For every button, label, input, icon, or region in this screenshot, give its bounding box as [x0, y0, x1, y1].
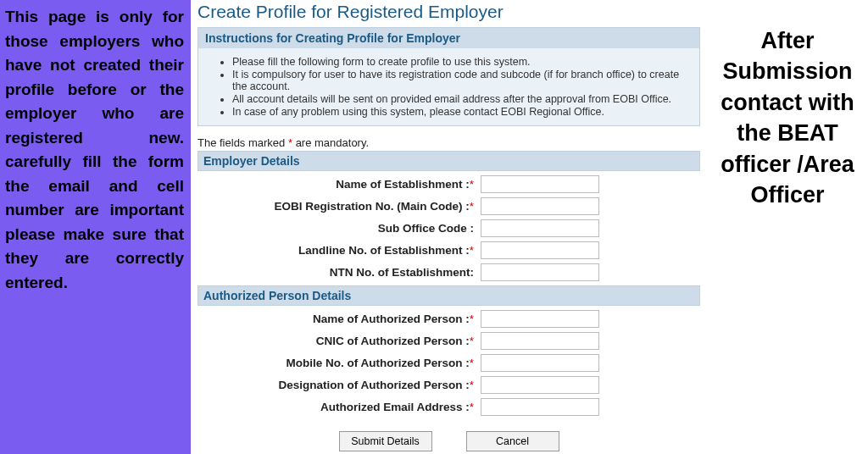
- left-note-panel: This page is only for those employers wh…: [0, 0, 191, 454]
- submit-button[interactable]: Submit Details: [339, 431, 432, 451]
- row-auth-cnic: CNIC of Authorized Person :*: [198, 332, 700, 350]
- input-establishment-name[interactable]: [481, 175, 599, 193]
- asterisk-icon: *: [470, 401, 474, 413]
- row-auth-name: Name of Authorized Person :*: [198, 310, 700, 328]
- instruction-item: It is compulsory for user to have its re…: [232, 69, 693, 92]
- label-eobi-reg: EOBI Registration No. (Main Code) :*: [198, 200, 477, 213]
- row-auth-email: Authorized Email Address :*: [198, 398, 700, 416]
- input-sub-office[interactable]: [481, 219, 599, 237]
- instruction-item: All account details will be sent on prov…: [232, 93, 693, 105]
- label-auth-designation: Designation of Authorized Person :*: [198, 379, 477, 391]
- row-sub-office: Sub Office Code :: [198, 219, 700, 237]
- section-employer-details: Employer Details: [198, 151, 700, 171]
- row-eobi-reg: EOBI Registration No. (Main Code) :*: [198, 197, 700, 215]
- label-auth-mobile: Mobile No. of Authorized Person :*: [198, 357, 477, 369]
- label-landline: Landline No. of Establishment :*: [198, 244, 477, 257]
- input-auth-mobile[interactable]: [481, 354, 599, 372]
- cancel-button[interactable]: Cancel: [466, 431, 559, 451]
- label-auth-name: Name of Authorized Person :*: [198, 313, 477, 325]
- instruction-item: Please fill the following form to create…: [232, 56, 693, 68]
- input-landline[interactable]: [481, 241, 599, 259]
- mandatory-prefix: The fields marked: [198, 136, 285, 149]
- instructions-box: Instructions for Creating Profile for Em…: [198, 27, 700, 126]
- form-panel: Create Profile for Registered Employer I…: [191, 0, 707, 454]
- input-auth-name[interactable]: [481, 310, 599, 328]
- right-note-text: After Submission contact with the BEAT o…: [714, 25, 861, 211]
- input-auth-designation[interactable]: [481, 376, 599, 394]
- asterisk-icon: *: [470, 357, 474, 369]
- row-auth-mobile: Mobile No. of Authorized Person :*: [198, 354, 700, 372]
- asterisk-icon: *: [470, 313, 474, 325]
- asterisk-icon: *: [470, 335, 474, 347]
- row-auth-designation: Designation of Authorized Person :*: [198, 376, 700, 394]
- left-note-text: This page is only for those employers wh…: [5, 8, 184, 291]
- instruction-item: In case of any problem using this system…: [232, 106, 693, 118]
- section-authorized-details: Authorized Person Details: [198, 285, 700, 306]
- asterisk-icon: *: [470, 244, 474, 257]
- asterisk-icon: *: [470, 200, 474, 213]
- row-landline: Landline No. of Establishment :*: [198, 241, 700, 259]
- input-ntn[interactable]: [481, 263, 599, 281]
- instructions-header: Instructions for Creating Profile for Em…: [198, 28, 699, 48]
- label-auth-email: Authorized Email Address :*: [198, 401, 477, 413]
- mandatory-suffix: are mandatory.: [296, 136, 369, 149]
- page-title: Create Profile for Registered Employer: [198, 0, 700, 27]
- row-ntn: NTN No. of Establishment:: [198, 263, 700, 281]
- button-row: Submit Details Cancel: [198, 431, 700, 451]
- asterisk-icon: *: [285, 136, 295, 149]
- instructions-list: Please fill the following form to create…: [198, 48, 699, 125]
- label-auth-cnic: CNIC of Authorized Person :*: [198, 335, 477, 347]
- right-note-panel: After Submission contact with the BEAT o…: [707, 0, 868, 454]
- row-establishment-name: Name of Establishment :*: [198, 175, 700, 193]
- asterisk-icon: *: [470, 178, 474, 191]
- input-auth-cnic[interactable]: [481, 332, 599, 350]
- input-eobi-reg[interactable]: [481, 197, 599, 215]
- mandatory-note: The fields marked * are mandatory.: [198, 136, 700, 149]
- label-sub-office: Sub Office Code :: [198, 222, 477, 235]
- label-establishment-name: Name of Establishment :*: [198, 178, 477, 191]
- label-ntn: NTN No. of Establishment:: [198, 266, 477, 279]
- asterisk-icon: *: [470, 379, 474, 391]
- input-auth-email[interactable]: [481, 398, 599, 416]
